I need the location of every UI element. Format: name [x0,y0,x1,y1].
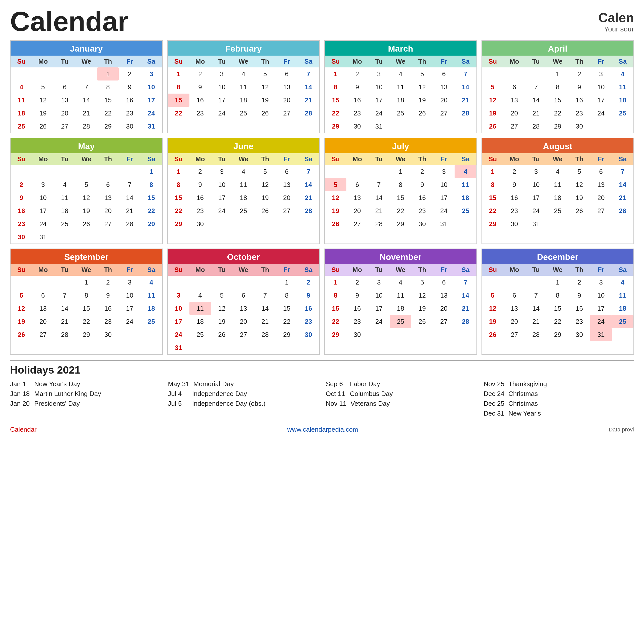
day-header-th: Th [569,56,590,67]
logo-title: Calen [598,10,634,25]
day-cell: 24 [211,107,233,120]
day-cell: 23 [189,204,211,217]
day-cell: 1 [325,276,346,289]
empty-cell [75,67,97,81]
day-cell: 20 [276,94,298,107]
day-header-mo: Mo [32,264,54,276]
day-header-su: Su [11,56,32,67]
day-cell: 1 [547,276,569,289]
empty-cell [504,67,525,81]
day-header-su: Su [325,153,346,165]
day-cell: 2 [189,67,211,81]
day-cell: 15 [547,302,569,315]
month-box-may: MaySuMoTuWeThFrSa12345678910111213141516… [10,138,163,244]
day-cell: 14 [455,289,476,302]
day-cell: 17 [590,94,612,107]
day-cell: 9 [569,81,590,94]
day-cell: 29 [276,328,298,341]
day-header-su: Su [482,56,504,67]
empty-cell [482,276,504,289]
day-cell: 16 [298,302,319,315]
day-cell: 12 [211,302,233,315]
day-cell: 7 [54,289,75,302]
empty-cell [97,165,119,178]
day-cell: 23 [504,204,525,217]
day-cell: 25 [11,120,32,133]
day-cell: 15 [168,94,189,107]
day-cell: 6 [32,289,54,302]
footer: Calendar www.calendarpedia.com Data prov… [10,423,634,433]
day-cell: 15 [140,191,162,204]
day-cell: 18 [140,302,162,315]
day-cell: 19 [325,204,346,217]
day-cell: 27 [504,120,525,133]
day-cell: 11 [455,178,476,191]
month-header-march: March [325,41,476,56]
day-cell: 18 [11,107,32,120]
day-cell: 14 [298,178,319,191]
day-cell: 5 [482,81,504,94]
day-cell: 10 [211,178,233,191]
day-cell: 16 [189,94,211,107]
empty-cell [75,165,97,178]
day-cell: 4 [233,67,254,81]
day-cell: 10 [525,178,547,191]
day-header-we: We [390,264,411,276]
day-cell: 29 [97,120,119,133]
day-cell: 26 [254,204,276,217]
day-cell: 20 [32,315,54,328]
day-cell: 13 [504,302,525,315]
day-cell: 1 [547,67,569,81]
day-cell: 6 [54,81,75,94]
day-cell: 1 [325,67,346,81]
day-cell: 13 [32,302,54,315]
month-box-december: DecemberSuMoTuWeThFrSa123456789101112131… [481,249,634,355]
day-cell: 31 [433,217,455,230]
day-cell: 23 [346,107,368,120]
day-cell: 20 [233,315,254,328]
day-header-th: Th [97,264,119,276]
day-cell: 21 [612,191,633,204]
day-cell: 4 [54,178,75,191]
day-header-we: We [390,56,411,67]
month-box-april: AprilSuMoTuWeThFrSa123456789101112131415… [481,40,634,133]
day-cell: 4 [612,276,633,289]
day-cell: 11 [233,178,254,191]
day-cell: 3 [590,67,612,81]
day-header-tu: Tu [368,153,390,165]
day-header-th: Th [411,264,433,276]
days-grid-october: 1234567891011121314151617181920212223242… [168,276,319,354]
day-cell: 17 [590,302,612,315]
holiday-name: Thanksgiving [508,380,547,388]
holiday-name: Columbus Day [350,390,393,398]
day-header-mo: Mo [504,264,525,276]
empty-cell [482,67,504,81]
day-cell: 18 [612,302,633,315]
day-cell: 30 [346,328,368,341]
day-cell: 14 [368,191,390,204]
day-header-we: We [547,56,569,67]
day-cell: 2 [569,276,590,289]
holiday-name: New Year's [508,410,541,417]
day-cell: 22 [168,204,189,217]
day-cell: 28 [75,120,97,133]
day-header-mo: Mo [504,153,525,165]
empty-cell [368,165,390,178]
day-cell: 16 [569,94,590,107]
holiday-name: Christmas [508,390,538,398]
holiday-col-0: Jan 1New Year's DayJan 18Martin Luther K… [10,380,160,419]
day-cell: 26 [482,328,504,341]
day-cell: 22 [168,107,189,120]
holiday-date: Jan 18 [10,390,30,398]
day-cell: 6 [504,81,525,94]
days-grid-november: 1234567891011121314151617181920212223242… [325,276,476,341]
day-header-su: Su [168,264,189,276]
holiday-date: Nov 11 [326,400,346,408]
day-header-tu: Tu [54,153,75,165]
days-grid-august: 1234567891011121314151617181920212223242… [482,165,634,230]
day-cell: 24 [590,315,612,328]
month-box-november: NovemberSuMoTuWeThFrSa123456789101112131… [324,249,477,355]
empty-cell [32,67,54,81]
holiday-date: Sep 6 [326,380,346,388]
day-cell: 28 [612,204,633,217]
